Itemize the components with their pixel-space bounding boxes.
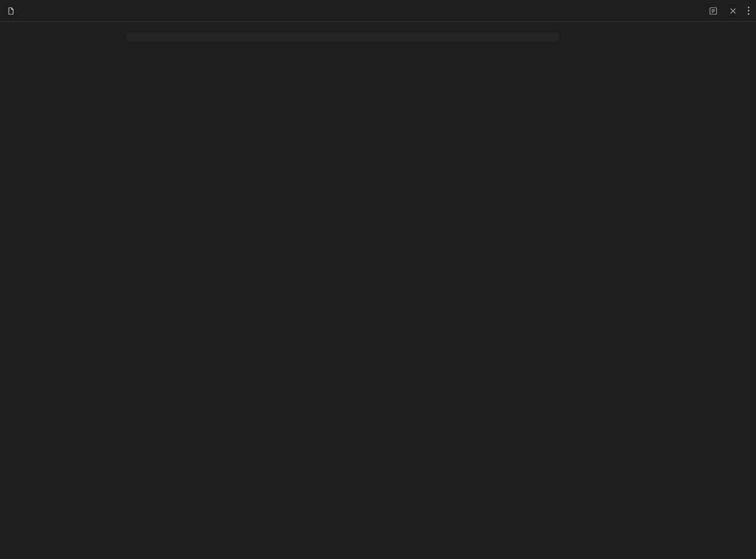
titlebar (0, 0, 756, 22)
reading-view-icon[interactable] (708, 6, 718, 16)
more-options-icon[interactable] (748, 7, 749, 15)
document-icon (7, 7, 15, 15)
titlebar-right (708, 6, 749, 16)
editor-content[interactable] (0, 22, 756, 559)
titlebar-left (7, 7, 708, 15)
code-block-xml[interactable] (126, 33, 559, 42)
close-icon[interactable] (728, 6, 738, 16)
